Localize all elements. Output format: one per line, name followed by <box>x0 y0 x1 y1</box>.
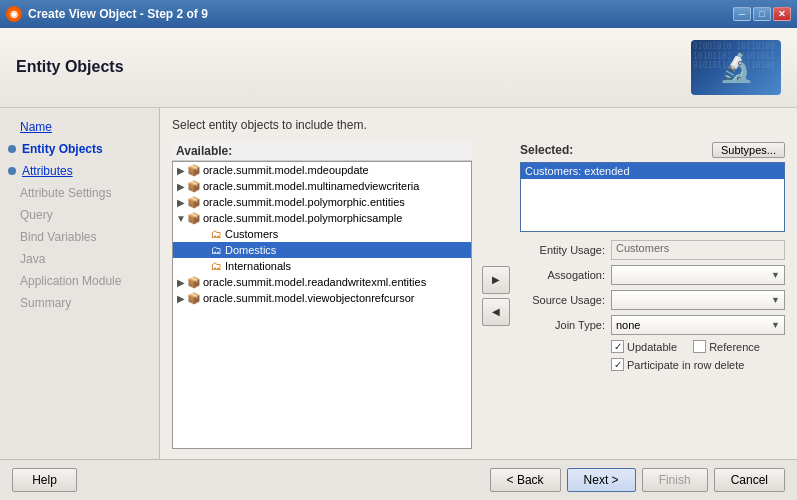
nav-label-attribute-settings: Attribute Settings <box>20 186 111 200</box>
help-button[interactable]: Help <box>12 468 77 492</box>
remove-button[interactable]: ◀ <box>482 298 510 326</box>
nav-label-bind-variables: Bind Variables <box>20 230 97 244</box>
dialog-body: Name Entity Objects Attributes Attribute… <box>0 108 797 459</box>
sidebar-item-query: Query <box>0 204 159 226</box>
participate-label: Participate in row delete <box>627 359 744 371</box>
sidebar-item-java: Java <box>0 248 159 270</box>
dropdown-arrow-icon: ▼ <box>771 270 780 280</box>
package-icon: 📦 <box>187 195 201 209</box>
tree-item-internationals[interactable]: 🗂 Internationals <box>173 258 471 274</box>
content-area: Select entity objects to include them. A… <box>160 108 797 459</box>
expand-icon[interactable]: ▶ <box>175 291 187 305</box>
expand-icon[interactable] <box>197 259 209 273</box>
dialog-header-left: Entity Objects <box>16 58 124 78</box>
source-usage-label: Source Usage: <box>520 294 605 306</box>
available-tree[interactable]: ▶ 📦 oracle.summit.model.mdeoupdate ▶ 📦 o… <box>172 161 472 449</box>
entity-icon: 🗂 <box>209 243 223 257</box>
expand-icon[interactable]: ▶ <box>175 275 187 289</box>
title-bar: ◉ Create View Object - Step 2 of 9 ─ □ ✕ <box>0 0 797 28</box>
tree-item-label: oracle.summit.model.readandwritexml.enti… <box>203 276 426 288</box>
nav-label-attributes: Attributes <box>22 164 73 178</box>
maximize-button[interactable]: □ <box>753 7 771 21</box>
expand-icon[interactable]: ▼ <box>175 211 187 225</box>
selected-list[interactable]: Customers: extended <box>520 162 785 232</box>
join-type-row: Join Type: none ▼ <box>520 315 785 335</box>
dropdown-arrow-icon: ▼ <box>771 320 780 330</box>
tree-item-polymorphicsample[interactable]: ▼ 📦 oracle.summit.model.polymorphicsampl… <box>173 210 471 226</box>
title-bar-text: Create View Object - Step 2 of 9 <box>28 7 208 21</box>
tree-item-label: oracle.summit.model.viewobjectonrefcurso… <box>203 292 415 304</box>
footer-right: < Back Next > Finish Cancel <box>490 468 785 492</box>
tree-item-label: oracle.summit.model.polymorphic.entities <box>203 196 405 208</box>
sidebar-item-attributes[interactable]: Attributes <box>0 160 159 182</box>
tree-item-label: Customers <box>225 228 278 240</box>
nav-label-java: Java <box>20 252 45 266</box>
subtypes-button[interactable]: Subtypes... <box>712 142 785 158</box>
tree-item-viewobject[interactable]: ▶ 📦 oracle.summit.model.viewobjectonrefc… <box>173 290 471 306</box>
package-icon: 📦 <box>187 163 201 177</box>
participate-checkbox-item: Participate in row delete <box>611 358 744 371</box>
nav-label-name: Name <box>20 120 52 134</box>
sidebar-item-name[interactable]: Name <box>0 116 159 138</box>
tree-item-domestics[interactable]: 🗂 Domestics <box>173 242 471 258</box>
tree-item-customers[interactable]: 🗂 Customers <box>173 226 471 242</box>
updatable-checkbox[interactable] <box>611 340 624 353</box>
tree-item-label: Domestics <box>225 244 276 256</box>
package-icon: 📦 <box>187 179 201 193</box>
expand-icon[interactable]: ▶ <box>175 163 187 177</box>
package-icon: 📦 <box>187 275 201 289</box>
nav-label-application-module: Application Module <box>20 274 121 288</box>
selected-header: Selected: Subtypes... <box>520 142 785 158</box>
association-label: Assogation: <box>520 269 605 281</box>
tree-item-label: oracle.summit.model.mdeoupdate <box>203 164 369 176</box>
checkboxes-row-1: Updatable Reference <box>520 340 785 353</box>
sidebar-item-entity-objects[interactable]: Entity Objects <box>0 138 159 160</box>
tree-item-multinamed[interactable]: ▶ 📦 oracle.summit.model.multinamedviewcr… <box>173 178 471 194</box>
source-usage-dropdown[interactable]: ▼ <box>611 290 785 310</box>
selected-list-item[interactable]: Customers: extended <box>521 163 784 179</box>
nav-bullet-attributes <box>8 167 16 175</box>
reference-label: Reference <box>709 341 760 353</box>
tree-item-polymorphic[interactable]: ▶ 📦 oracle.summit.model.polymorphic.enti… <box>173 194 471 210</box>
join-type-value: none <box>616 319 640 331</box>
expand-icon[interactable]: ▶ <box>175 195 187 209</box>
back-button[interactable]: < Back <box>490 468 561 492</box>
dialog-header: Entity Objects 01001010 10110100 1010110… <box>0 28 797 108</box>
participate-checkbox[interactable] <box>611 358 624 371</box>
updatable-label: Updatable <box>627 341 677 353</box>
tree-item-mdeoupdate[interactable]: ▶ 📦 oracle.summit.model.mdeoupdate <box>173 162 471 178</box>
add-button[interactable]: ▶ <box>482 266 510 294</box>
expand-icon[interactable] <box>197 227 209 241</box>
entity-usage-value: Customers <box>611 240 785 260</box>
tree-panel-row: Available: ▶ 📦 oracle.summit.model.mdeou… <box>172 142 785 449</box>
minimize-button[interactable]: ─ <box>733 7 751 21</box>
join-type-dropdown[interactable]: none ▼ <box>611 315 785 335</box>
tree-item-label: Internationals <box>225 260 291 272</box>
expand-icon[interactable] <box>197 243 209 257</box>
entity-usage-label: Entity Usage: <box>520 244 605 256</box>
association-row: Assogation: ▼ <box>520 265 785 285</box>
transfer-buttons: ▶ ◀ <box>480 142 512 449</box>
next-button[interactable]: Next > <box>567 468 636 492</box>
cancel-button[interactable]: Cancel <box>714 468 785 492</box>
dropdown-arrow-icon: ▼ <box>771 295 780 305</box>
tree-item-label: oracle.summit.model.multinamedviewcriter… <box>203 180 419 192</box>
dialog: Entity Objects 01001010 10110100 1010110… <box>0 28 797 500</box>
tree-item-label: oracle.summit.model.polymorphicsample <box>203 212 402 224</box>
finish-button: Finish <box>642 468 708 492</box>
nav-label-entity-objects: Entity Objects <box>22 142 103 156</box>
available-panel: Available: ▶ 📦 oracle.summit.model.mdeou… <box>172 142 472 449</box>
nav-label-summary: Summary <box>20 296 71 310</box>
entity-usage-row: Entity Usage: Customers <box>520 240 785 260</box>
association-dropdown[interactable]: ▼ <box>611 265 785 285</box>
entity-icon: 🗂 <box>209 259 223 273</box>
entity-icon: 🗂 <box>209 227 223 241</box>
expand-icon[interactable]: ▶ <box>175 179 187 193</box>
source-usage-row: Source Usage: ▼ <box>520 290 785 310</box>
close-button[interactable]: ✕ <box>773 7 791 21</box>
reference-checkbox[interactable] <box>693 340 706 353</box>
sidebar-item-summary: Summary <box>0 292 159 314</box>
nav-label-query: Query <box>20 208 53 222</box>
selected-label: Selected: <box>520 143 573 157</box>
tree-item-readwrite[interactable]: ▶ 📦 oracle.summit.model.readandwritexml.… <box>173 274 471 290</box>
